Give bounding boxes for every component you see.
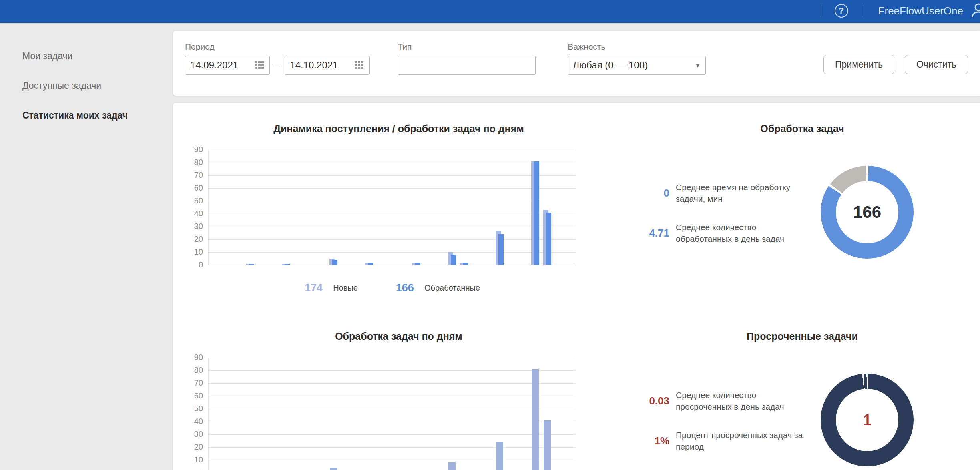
gridline — [209, 383, 576, 384]
y-axis-tick-label: 60 — [183, 183, 203, 193]
chart-dynamics-section: Динамика поступления / обработки задач п… — [173, 103, 625, 297]
stat-avg-processed-per-day: 4.71 Среднее количество обработанных в д… — [637, 222, 813, 245]
type-input[interactable] — [398, 56, 536, 75]
user-icon[interactable] — [970, 2, 980, 20]
date-to-value: 14.10.2021 — [290, 60, 338, 71]
chart-dynamics-title: Динамика поступления / обработки задач п… — [173, 123, 625, 135]
stat-overdue-percent: 1% Процент просроченных задач за период — [637, 430, 813, 453]
task-processing-section: Обработка задач 0 Среднее время на обраб… — [625, 103, 980, 297]
gridline — [209, 188, 576, 189]
sidebar-item-available-tasks[interactable]: Доступные задачи — [0, 71, 168, 100]
y-axis-tick-label: 20 — [183, 235, 203, 244]
y-axis-tick-label: 50 — [183, 196, 203, 205]
bar-обработанные — [546, 213, 551, 265]
overdue-tasks-section: Просроченные задачи 0.03 Среднее количес… — [625, 297, 980, 470]
y-axis-tick-label: 20 — [183, 442, 203, 452]
gridline — [209, 227, 576, 227]
gridline — [209, 409, 576, 409]
gridline — [209, 358, 576, 358]
sidebar-item-my-task-statistics[interactable]: Статистика моих задач — [0, 100, 168, 130]
dynamics-bar-chart: 0102030405060708090 — [208, 150, 576, 265]
clear-button[interactable]: Очистить — [905, 55, 968, 74]
gridline — [209, 163, 576, 163]
chart-legend: 174 Новые 166 Обработанные — [208, 282, 576, 294]
y-axis-tick-label: 60 — [183, 391, 203, 400]
y-axis-tick-label: 10 — [183, 455, 203, 464]
header-divider — [821, 5, 821, 17]
daily-bar-chart: 0102030405060708090 — [208, 358, 576, 470]
chevron-down-icon: ▼ — [695, 62, 701, 69]
bar-обработанные — [368, 263, 373, 265]
bar-обработанные — [498, 234, 504, 265]
gridline — [209, 434, 576, 435]
bar-обработанные — [451, 255, 456, 265]
stat-label: Процент просроченных задач за период — [676, 430, 808, 453]
gridline — [209, 370, 576, 371]
bar-обработанные — [448, 462, 456, 470]
y-axis-tick-label: 80 — [183, 366, 203, 375]
gridline — [209, 150, 576, 150]
bar-обработанные — [534, 161, 539, 265]
stat-avg-processing-time: 0 Среднее время на обработку задачи, мин — [637, 182, 813, 205]
y-axis-tick-label: 0 — [183, 260, 203, 269]
bar-обработанные — [332, 260, 337, 265]
calendar-icon[interactable] — [354, 60, 364, 70]
y-axis-tick-label: 50 — [183, 404, 203, 413]
legend-item-new: 174 Новые — [305, 282, 358, 294]
stat-value: 0 — [637, 187, 676, 199]
y-axis-tick-label: 10 — [183, 247, 203, 257]
help-icon[interactable]: ? — [835, 4, 848, 18]
y-axis-tick-label: 70 — [183, 378, 203, 388]
chart-daily-section: Обработка задач по дням 0102030405060708… — [173, 297, 625, 470]
gridline — [209, 175, 576, 176]
stat-label: Среднее время на обработку задачи, мин — [676, 182, 808, 205]
chart-daily-title: Обработка задач по дням — [173, 331, 625, 342]
date-to-input[interactable]: 14.10.2021 — [285, 56, 370, 75]
gridline — [209, 460, 576, 460]
stat-value: 1% — [637, 435, 676, 447]
overdue-tasks-title: Просроченные задачи — [625, 331, 980, 342]
apply-button[interactable]: Применить — [823, 55, 894, 74]
header-divider — [862, 5, 862, 17]
overdue-donut-chart: 1 — [821, 374, 914, 466]
gridline — [209, 252, 576, 253]
legend-new-label: Новые — [333, 283, 358, 293]
calendar-icon[interactable] — [254, 60, 265, 70]
legend-processed-total: 166 — [396, 282, 414, 294]
stat-value: 0.03 — [637, 395, 676, 407]
main-content: Период 14.09.2021 — [168, 24, 980, 469]
y-axis-tick-label: 0 — [183, 468, 203, 470]
date-from-value: 14.09.2021 — [190, 60, 238, 71]
bar-обработанные — [285, 264, 290, 265]
gridline — [209, 422, 576, 422]
bar-обработанные — [415, 263, 420, 265]
bar-обработанные — [532, 369, 539, 470]
importance-label: Важность — [568, 42, 706, 52]
legend-processed-label: Обработанные — [424, 283, 480, 293]
y-axis-tick-label: 30 — [183, 430, 203, 439]
stat-avg-overdue-per-day: 0.03 Среднее количество просроченных в д… — [637, 390, 813, 413]
current-user-label[interactable]: FreeFlowUserOne — [878, 5, 963, 17]
importance-select[interactable]: Любая (0 — 100) ▼ — [568, 56, 706, 75]
processed-donut-chart: 166 — [821, 166, 914, 259]
type-label: Тип — [398, 42, 536, 52]
legend-new-total: 174 — [305, 282, 323, 294]
gridline — [209, 201, 576, 201]
y-axis-tick-label: 30 — [183, 222, 203, 231]
gridline — [209, 447, 576, 448]
legend-item-processed: 166 Обработанные — [396, 282, 480, 294]
stat-value: 4.71 — [637, 227, 676, 239]
bar-обработанные — [544, 420, 551, 470]
stat-label: Среднее количество просроченных в день з… — [676, 390, 808, 413]
sidebar-nav: Мои задачи Доступные задачи Статистика м… — [0, 24, 168, 469]
top-header-bar: ? FreeFlowUserOne — [0, 0, 980, 23]
date-from-input[interactable]: 14.09.2021 — [185, 56, 270, 75]
y-axis-tick-label: 40 — [183, 209, 203, 218]
statistics-panel: Динамика поступления / обработки задач п… — [173, 103, 980, 470]
y-axis-tick-label: 90 — [183, 353, 203, 362]
y-axis-tick-label: 90 — [183, 145, 203, 154]
sidebar-item-my-tasks[interactable]: Мои задачи — [0, 41, 168, 71]
bar-обработанные — [463, 263, 468, 265]
filter-panel: Период 14.09.2021 — [173, 31, 980, 96]
donut-center-value: 166 — [853, 203, 881, 222]
